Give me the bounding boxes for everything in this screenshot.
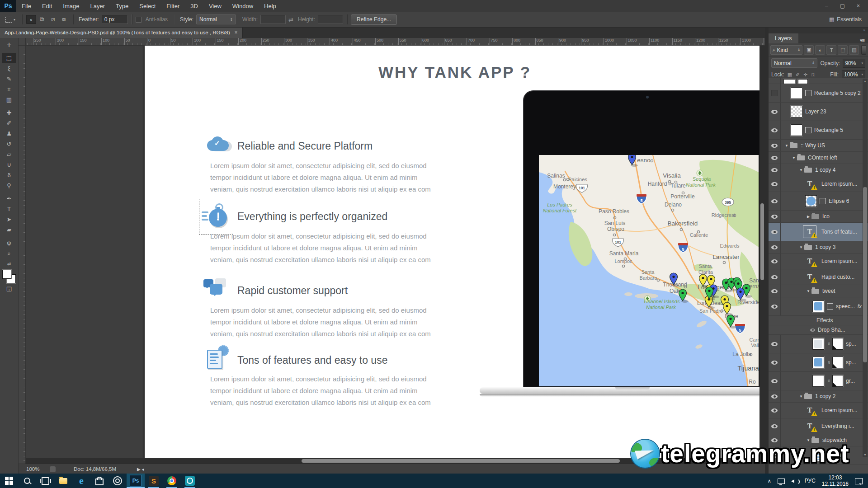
eye-cell[interactable]: [769, 353, 781, 371]
horizontal-scroll-thumb[interactable]: [302, 459, 620, 463]
filter-kind-dropdown[interactable]: ⌕ Kind ⇕: [770, 45, 802, 55]
menu-item-help[interactable]: Help: [259, 0, 282, 12]
blend-mode-dropdown[interactable]: Normal ⇕: [771, 58, 817, 68]
eye-cell[interactable]: [769, 269, 781, 285]
eye-icon[interactable]: [771, 156, 778, 160]
triangle-down-icon[interactable]: ▼: [798, 245, 804, 249]
eye-cell[interactable]: [769, 434, 781, 446]
triangle-down-icon[interactable]: ▼: [805, 289, 811, 293]
eye-icon[interactable]: [771, 305, 778, 309]
eraser-tool[interactable]: ▱: [2, 149, 16, 160]
eye-icon[interactable]: [771, 144, 778, 148]
language-indicator[interactable]: РУС: [805, 478, 816, 484]
ruler-tool[interactable]: ▥: [2, 94, 16, 105]
menu-item-image[interactable]: Image: [57, 0, 85, 12]
panel-dock-divider[interactable]: [765, 27, 769, 474]
paint-bucket-tool[interactable]: ∪: [2, 160, 16, 170]
layer-row[interactable]: Rectangle 5 copy 2: [769, 84, 868, 103]
eye-cell[interactable]: [769, 297, 781, 315]
menu-item-file[interactable]: File: [16, 0, 37, 12]
layers-panel-tab[interactable]: Layers: [769, 33, 798, 43]
quick-selection-tool[interactable]: ✎: [2, 74, 16, 84]
eye-cell[interactable]: [769, 253, 781, 269]
eye-icon[interactable]: [771, 379, 778, 383]
hand-tool[interactable]: ψ: [2, 238, 16, 248]
layer-effect-item[interactable]: Drop Sha...: [769, 325, 868, 335]
document-tab[interactable]: App-Landing-Page-Website-Design-PSD.psd …: [0, 27, 243, 38]
layer-row[interactable]: ▼stopwatch: [769, 434, 868, 446]
dodge-tool[interactable]: ⚲: [2, 180, 16, 191]
move-tool[interactable]: ✛: [2, 40, 16, 50]
eye-icon[interactable]: [771, 361, 778, 365]
eye-icon[interactable]: [771, 182, 778, 186]
menu-item-view[interactable]: View: [203, 0, 227, 12]
sublime-icon[interactable]: S: [145, 474, 163, 488]
clone-stamp-tool[interactable]: ♟: [2, 128, 16, 139]
notifications-icon[interactable]: [855, 478, 863, 484]
file-explorer-icon[interactable]: [54, 474, 72, 488]
history-brush-tool[interactable]: ↺: [2, 139, 16, 149]
lasso-tool[interactable]: ξ: [2, 63, 16, 74]
feather-input[interactable]: 0 px: [102, 15, 128, 24]
eye-cell[interactable]: [769, 103, 781, 121]
opacity-field[interactable]: 90% ▾: [843, 59, 865, 68]
chrome-icon[interactable]: [163, 474, 181, 488]
new-selection-icon[interactable]: ▫: [26, 15, 36, 24]
layer-row[interactable]: ▼COntent-left: [769, 152, 868, 164]
layer-row[interactable]: lines: [769, 446, 868, 465]
filter-type-layers-icon[interactable]: T: [826, 45, 836, 55]
workspace-switcher[interactable]: ▦ Essentials: [829, 16, 862, 23]
layer-row[interactable]: ▼1 copy 4: [769, 164, 868, 176]
layer-row[interactable]: TLorem ipsum...: [769, 176, 868, 192]
subtract-from-selection-icon[interactable]: ⧄: [48, 15, 58, 24]
dock-collapse-strip[interactable]: »: [769, 27, 868, 33]
filter-pixel-layers-icon[interactable]: ▣: [804, 45, 814, 55]
crop-tool[interactable]: ⌗: [2, 84, 16, 94]
menu-item-layer[interactable]: Layer: [85, 0, 111, 12]
layer-row[interactable]: TLorem ipsum...: [769, 403, 868, 418]
layer-row[interactable]: TEverything i...: [769, 418, 868, 434]
menu-item-filter[interactable]: Filter: [161, 0, 185, 12]
layer-row[interactable]: ∞sp...: [769, 353, 868, 372]
eye-cell[interactable]: [769, 152, 781, 164]
eye-cell[interactable]: [769, 372, 781, 390]
status-arrow-icon[interactable]: ▶ ◂: [137, 467, 144, 472]
intersect-selection-icon[interactable]: ⧇: [59, 15, 69, 24]
layer-row[interactable]: [769, 78, 868, 84]
eye-icon[interactable]: [771, 454, 778, 458]
eye-icon[interactable]: [771, 168, 778, 172]
lock-all-icon[interactable]: ⚿: [811, 72, 815, 78]
pen-tool[interactable]: ✒: [2, 193, 16, 204]
triangle-down-icon[interactable]: ▼: [798, 168, 804, 172]
eye-cell[interactable]: [769, 403, 781, 418]
volume-icon[interactable]: [791, 478, 798, 484]
swap-dimensions-icon[interactable]: ⇄: [288, 16, 293, 23]
layer-row[interactable]: TRapid custo...: [769, 269, 868, 285]
layer-row[interactable]: ∞gr...: [769, 372, 868, 390]
brush-tool[interactable]: ✐: [2, 118, 16, 128]
eye-icon[interactable]: [771, 438, 778, 442]
swap-colors-icon[interactable]: ⇄: [7, 261, 11, 266]
lock-transparent-icon[interactable]: ▦: [788, 72, 792, 78]
eye-icon[interactable]: [771, 408, 778, 413]
layer-row[interactable]: Layer 23: [769, 103, 868, 121]
foreground-color-swatch[interactable]: [2, 270, 11, 279]
eye-icon[interactable]: [771, 215, 778, 219]
eye-icon[interactable]: [771, 342, 778, 346]
eye-cell[interactable]: [769, 140, 781, 151]
quick-mask-icon[interactable]: ◱: [2, 283, 16, 294]
panel-menu-icon[interactable]: ▾≡: [860, 38, 868, 43]
eye-cell[interactable]: [769, 285, 781, 297]
layer-row[interactable]: ▼1 copy 3: [769, 241, 868, 253]
rectangular-marquee-tool[interactable]: ⬚: [2, 53, 16, 63]
triangle-down-icon[interactable]: ▼: [798, 394, 804, 399]
eye-icon[interactable]: [771, 230, 778, 234]
eye-icon[interactable]: [771, 128, 778, 132]
add-to-selection-icon[interactable]: ⧉: [37, 15, 47, 24]
layer-fx-icon[interactable]: fx: [858, 303, 862, 310]
menu-item-window[interactable]: Window: [227, 0, 259, 12]
eye-cell[interactable]: [769, 446, 781, 465]
zoom-tool[interactable]: ⌕: [2, 248, 16, 258]
target-app-icon[interactable]: [108, 474, 127, 488]
eye-cell[interactable]: [769, 211, 781, 222]
